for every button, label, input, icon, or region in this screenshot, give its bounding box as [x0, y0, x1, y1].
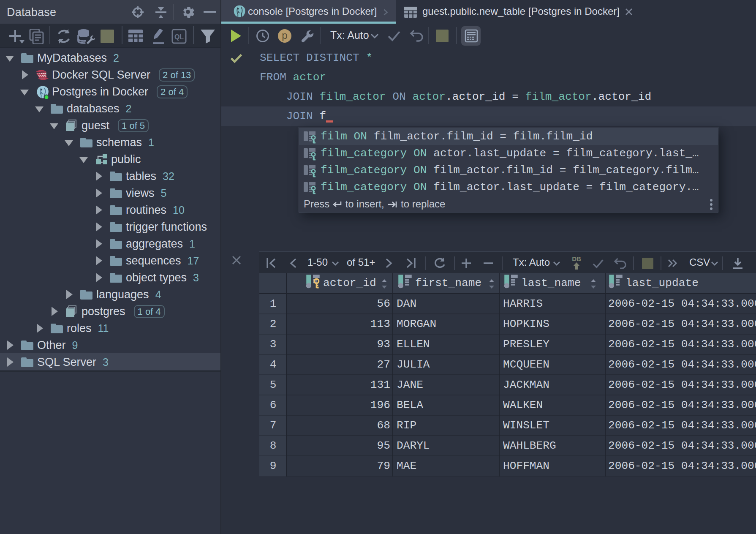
svg-text:DB: DB	[572, 256, 581, 262]
svg-text:QL: QL	[174, 33, 184, 41]
